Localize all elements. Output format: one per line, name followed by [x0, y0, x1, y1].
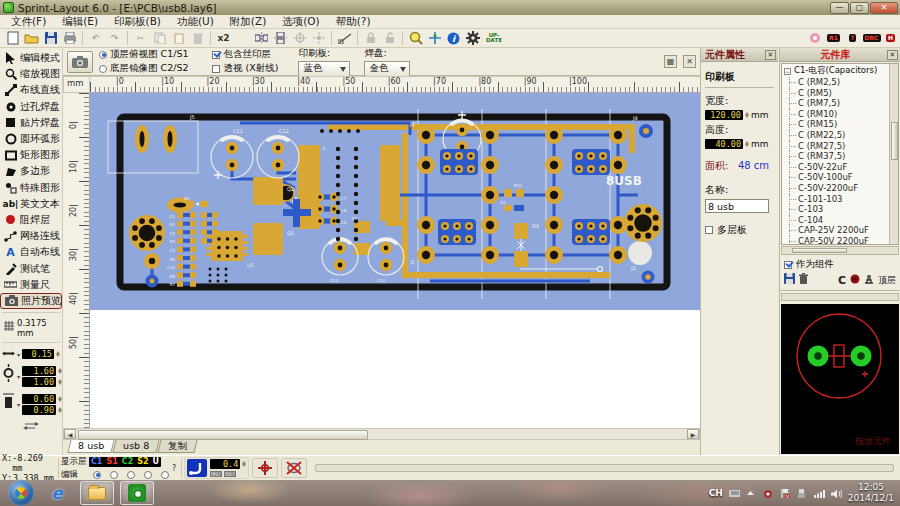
library-item[interactable]: C-103 — [784, 204, 888, 215]
radio-top-view-dot[interactable] — [99, 51, 107, 59]
board-tab-1[interactable]: usb 8 — [112, 440, 159, 453]
snap-icon[interactable] — [309, 30, 328, 47]
paste-icon[interactable] — [169, 30, 188, 47]
chip-drc[interactable]: DRC — [862, 30, 881, 47]
library-item[interactable]: C (RM7,5) — [784, 98, 888, 109]
layer-radio-S1[interactable] — [110, 471, 118, 479]
snap-toggle-icon[interactable] — [224, 471, 236, 477]
tray-app-icon[interactable] — [763, 489, 774, 498]
tool-ruler[interactable]: 测量尺 — [0, 277, 62, 293]
library-item[interactable]: C-50V-22uF — [784, 162, 888, 173]
tool-photo[interactable]: 照片预览 — [0, 293, 62, 309]
checkbox-xray-box[interactable] — [212, 65, 220, 73]
tool-ring[interactable]: 圆环弧形 — [0, 131, 62, 147]
zoom-tool-icon[interactable] — [406, 30, 425, 47]
chip-help[interactable]: ? — [843, 30, 862, 47]
library-item[interactable]: C (RM37,5) — [784, 151, 888, 162]
layer-radio-C2[interactable] — [127, 471, 135, 479]
library-item[interactable]: C-101-103 — [784, 194, 888, 205]
menu-item-5[interactable]: 选项(O) — [275, 15, 326, 29]
smd-width-value[interactable]: 0.60 — [22, 394, 56, 404]
menu-item-0[interactable]: 文件(F) — [4, 15, 53, 29]
library-rotate-icon[interactable]: C — [838, 274, 846, 287]
tray-usb-icon[interactable] — [797, 489, 808, 498]
close-button[interactable]: ✕ — [870, 2, 898, 14]
crosshair-tool-icon[interactable] — [425, 30, 444, 47]
tray-network-icon[interactable] — [814, 489, 825, 498]
library-item[interactable]: CAP-25V 2200uF — [784, 225, 888, 236]
layer-chip-S1[interactable]: S1 — [106, 457, 117, 466]
layer-radio-S2[interactable] — [144, 471, 152, 479]
cut-icon[interactable]: ✂ — [131, 30, 150, 47]
as-component-row[interactable]: 作为组件 — [780, 255, 900, 272]
x2-icon[interactable]: x2 — [214, 30, 233, 47]
tool-poly[interactable]: 多边形 — [0, 163, 62, 179]
menu-item-1[interactable]: 编辑(E) — [55, 15, 105, 29]
menu-item-2[interactable]: 印刷板(B) — [107, 15, 168, 29]
library-item[interactable]: C (RM27,5) — [784, 141, 888, 152]
library-item[interactable]: C (RM5) — [784, 88, 888, 99]
panel-close-icon[interactable]: ✕ — [683, 55, 696, 68]
track-width-spinner[interactable] — [56, 349, 60, 359]
smd-height-value[interactable]: 0.90 — [22, 405, 56, 415]
library-root-node[interactable]: −C1-电容(Capacitors) — [784, 65, 888, 77]
library-item[interactable]: C (RM22,5) — [784, 130, 888, 141]
pad-color-dropdown[interactable]: 金色 — [364, 61, 410, 77]
height-value[interactable]: 40.00 — [705, 139, 743, 149]
board-tab-2[interactable]: 复制 — [158, 440, 198, 453]
library-item[interactable]: CAP-50V 2200uF — [784, 236, 888, 245]
radio-bottom-view[interactable]: 底层镜像图 C2/S2 — [99, 62, 188, 75]
tool-special[interactable]: 特殊图形 — [0, 180, 62, 196]
pad-size-row[interactable]: ▾ 1.60 1.00 — [0, 362, 62, 390]
camera-button[interactable] — [67, 51, 93, 73]
library-item[interactable]: C-104 — [784, 215, 888, 226]
start-button[interactable] — [8, 480, 34, 506]
delete-icon[interactable] — [188, 30, 207, 47]
tray-volume-icon[interactable] — [831, 489, 842, 498]
tray-keyboard-icon[interactable] — [729, 489, 740, 498]
layer-chip-C2[interactable]: C2 — [122, 457, 133, 466]
tool-smd[interactable]: 贴片焊盘 — [0, 115, 62, 131]
library-list[interactable]: −C1-电容(Capacitors)C (RM2,5)C (RM5)C (RM7… — [781, 63, 899, 245]
chip-r1[interactable]: R1 — [824, 30, 843, 47]
width-value[interactable]: 120.00 — [705, 110, 743, 120]
chip-h[interactable]: H — [881, 30, 900, 47]
scroll-right-arrow[interactable]: ▶ — [687, 429, 699, 439]
info-icon[interactable]: i — [444, 30, 463, 47]
tool-text[interactable]: ab|英文文本 — [0, 196, 62, 212]
library-hscrollbar[interactable] — [781, 246, 899, 255]
no-solder-mask-button[interactable] — [281, 458, 307, 478]
library-vscrollbar[interactable] — [889, 64, 898, 244]
track-width-row[interactable]: ▾ 0.15 — [0, 346, 62, 362]
tool-via[interactable]: 过孔焊盘▾ — [0, 99, 62, 115]
tool-net[interactable]: 网络连线 — [0, 228, 62, 244]
save-icon[interactable] — [41, 30, 60, 47]
component-preview[interactable]: 拖放元件 — [781, 304, 899, 454]
track-width-value[interactable]: 0.15 — [22, 349, 54, 359]
tray-hidden-icons-arrow[interactable] — [746, 489, 757, 498]
tray-clock[interactable]: 12:05 2014/12/1 — [848, 482, 894, 504]
update-button[interactable]: UP-DATE — [482, 30, 506, 47]
height-spinner[interactable] — [745, 139, 749, 149]
multilayer-checkbox-row[interactable]: 多层板 — [705, 223, 774, 237]
checkbox-silkscreen[interactable]: 包含丝印层 — [212, 48, 278, 61]
tray-action-center-flag-icon[interactable] — [780, 489, 791, 498]
as-component-checkbox[interactable] — [784, 261, 792, 269]
taskbar-ie-button[interactable]: e — [40, 481, 74, 505]
library-save-icon[interactable] — [784, 273, 795, 287]
lock-icon[interactable] — [361, 30, 380, 47]
board-color-dropdown[interactable]: 蓝色 — [298, 61, 350, 77]
board-name-input[interactable]: 8 usb — [705, 199, 769, 213]
grid-setting[interactable]: 0.3175 mm — [0, 316, 62, 339]
layer-radio-U[interactable] — [161, 471, 169, 479]
pcb-drawing[interactable]: C1R3C2R4C3R9C10R8R7 J5C11C12LD2Q2Q1C7C8C… — [90, 93, 700, 310]
tool-rect[interactable]: 矩形图形▾ — [0, 147, 62, 163]
checkbox-xray[interactable]: 透视 (X射线) — [212, 62, 278, 75]
align-icon[interactable] — [290, 30, 309, 47]
width-spinner[interactable] — [745, 110, 749, 120]
pad-outer-value[interactable]: 1.60 — [22, 366, 56, 376]
checkbox-silkscreen-box[interactable] — [212, 51, 220, 59]
measure-icon[interactable] — [335, 30, 354, 47]
layer-chip-U[interactable]: U — [153, 457, 160, 466]
open-icon[interactable] — [22, 30, 41, 47]
